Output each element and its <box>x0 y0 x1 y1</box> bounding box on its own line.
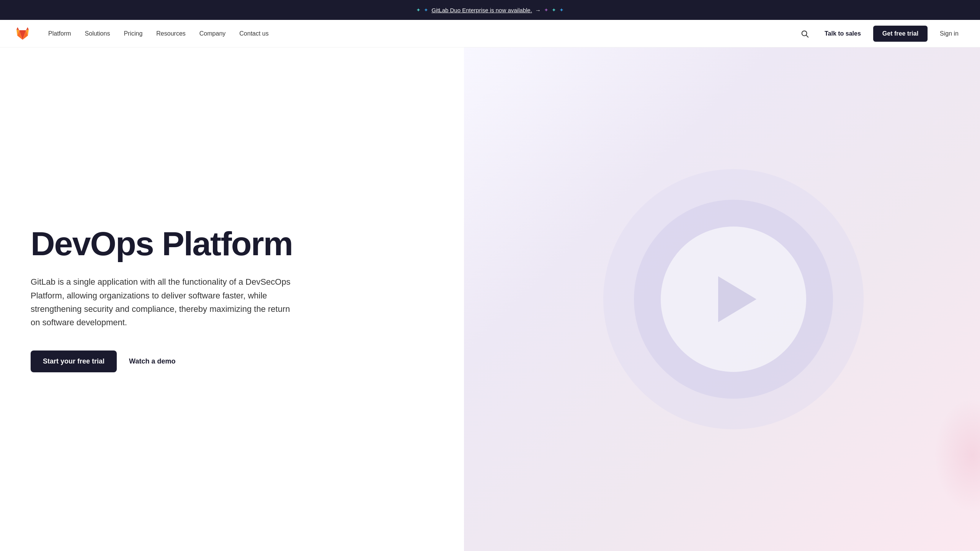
nav-item-solutions[interactable]: Solutions <box>79 27 116 40</box>
get-free-trial-button[interactable]: Get free trial <box>873 26 928 42</box>
navbar-actions: Talk to sales Get free trial Sign in <box>797 26 965 42</box>
nav-item-pricing[interactable]: Pricing <box>118 27 149 40</box>
nav-item-company[interactable]: Company <box>193 27 232 40</box>
search-icon <box>800 29 809 38</box>
announcement-arrow: → <box>535 7 541 13</box>
logo[interactable] <box>15 26 30 41</box>
announcement-bar: ✦ ✦ GitLab Duo Enterprise is now availab… <box>0 0 980 20</box>
sparkle-icon-2: ✦ <box>424 7 428 13</box>
svg-line-1 <box>806 35 808 37</box>
talk-to-sales-button[interactable]: Talk to sales <box>818 27 867 40</box>
sparkle-icon-1: ✦ <box>416 7 421 13</box>
navbar: Platform Solutions Pricing Resources Com… <box>0 20 980 47</box>
circle-outer <box>603 169 864 429</box>
nav-menu: Platform Solutions Pricing Resources Com… <box>42 27 797 40</box>
hero-buttons: Start your free trial Watch a demo <box>31 350 524 372</box>
watch-demo-link[interactable]: Watch a demo <box>129 357 175 365</box>
search-button[interactable] <box>797 26 812 41</box>
sparkle-icon-5: ✦ <box>559 7 564 13</box>
hero-section: DevOps Platform GitLab is a single appli… <box>0 47 980 551</box>
gitlab-logo-icon <box>15 26 30 41</box>
nav-item-platform[interactable]: Platform <box>42 27 77 40</box>
circle-middle <box>634 200 833 399</box>
hero-content: DevOps Platform GitLab is a single appli… <box>0 196 539 403</box>
pink-accent <box>934 398 980 513</box>
play-icon <box>718 276 756 322</box>
circle-inner <box>661 227 806 372</box>
hero-description: GitLab is a single application with all … <box>31 275 291 329</box>
video-preview[interactable] <box>464 47 980 551</box>
sparkle-icon-3: ✦ <box>544 7 549 13</box>
nav-item-contact[interactable]: Contact us <box>233 27 274 40</box>
nav-item-resources[interactable]: Resources <box>150 27 191 40</box>
start-free-trial-button[interactable]: Start your free trial <box>31 350 117 372</box>
sign-in-button[interactable]: Sign in <box>934 27 965 40</box>
hero-title: DevOps Platform <box>31 226 524 261</box>
sparkle-icon-4: ✦ <box>552 7 556 13</box>
hero-visual <box>464 47 980 551</box>
announcement-link[interactable]: GitLab Duo Enterprise is now available. <box>431 7 532 13</box>
